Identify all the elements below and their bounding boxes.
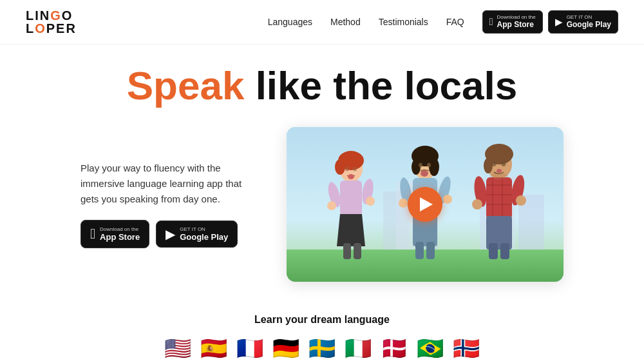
nav-languages[interactable]: Languages: [268, 17, 312, 27]
svg-point-54: [516, 195, 526, 206]
hero-body: Play your way to fluency with the immers…: [32, 127, 612, 282]
svg-rect-2: [287, 250, 564, 282]
nav-googleplay-name: Google Play: [567, 20, 611, 29]
apple-icon: : [489, 16, 493, 28]
hero-left: Play your way to fluency with the immers…: [80, 161, 248, 248]
nav-googleplay-button[interactable]: ▶ GET IT ON Google Play: [548, 10, 618, 33]
hero-appstore-button[interactable]:  Download on the App Store: [80, 220, 149, 248]
flag-spanish[interactable]: 🇪🇸: [200, 337, 227, 359]
hero-googleplay-name: Google Play: [180, 232, 228, 242]
svg-point-44: [484, 158, 493, 173]
nav-testimonials[interactable]: Testimonials: [379, 17, 428, 27]
flag-english[interactable]: 🇺🇸: [164, 337, 191, 359]
header: LINGO LOPER Languages Method Testimonial…: [0, 0, 644, 44]
svg-rect-16: [340, 181, 362, 216]
svg-point-53: [472, 199, 482, 210]
flag-portuguese[interactable]: 🇧🇷: [417, 337, 444, 359]
hero-googleplay-button[interactable]: ▶ GET IT ON Google Play: [156, 221, 238, 248]
logo-top: LINGO: [26, 9, 77, 22]
flag-swedish[interactable]: 🇸🇪: [308, 337, 336, 359]
svg-rect-56: [489, 243, 498, 259]
googleplay-icon-large: ▶: [166, 226, 175, 242]
svg-point-26: [348, 174, 354, 179]
svg-marker-21: [337, 214, 365, 246]
svg-point-35: [443, 195, 452, 204]
bottom-section: Learn your dream language 🇺🇸 🇪🇸 🇫🇷 🇩🇪 🇸🇪…: [0, 295, 644, 363]
svg-rect-45: [486, 177, 512, 219]
hero-store-buttons:  Download on the App Store ▶ GET IT ON …: [80, 220, 248, 248]
play-triangle-icon: [420, 197, 433, 211]
svg-point-19: [327, 201, 336, 210]
flag-danish[interactable]: 🇩🇰: [381, 337, 408, 359]
svg-point-30: [412, 159, 421, 175]
nav-googleplay-top: GET IT ON: [567, 14, 611, 20]
nav-appstore-button[interactable]:  Download on the App Store: [482, 10, 543, 33]
main-nav: Languages Method Testimonials FAQ  Down…: [268, 10, 618, 33]
hero-appstore-top: Download on the: [100, 226, 140, 232]
svg-rect-38: [426, 242, 435, 259]
svg-point-34: [399, 199, 408, 208]
hero-googleplay-top: GET IT ON: [180, 226, 228, 232]
svg-point-61: [490, 173, 508, 179]
hero-section: Speak like the locals Play your way to f…: [0, 44, 644, 295]
nav-store-buttons:  Download on the App Store ▶ GET IT ON …: [482, 10, 618, 33]
svg-point-24: [345, 167, 349, 172]
logo-bottom: LOPER: [26, 22, 77, 35]
video-play-button[interactable]: [408, 187, 442, 222]
svg-point-59: [502, 161, 506, 166]
flags-row: 🇺🇸 🇪🇸 🇫🇷 🇩🇪 🇸🇪 🇮🇹 🇩🇰 🇧🇷 🇳🇴: [26, 337, 618, 359]
svg-rect-57: [500, 243, 509, 259]
svg-rect-23: [354, 243, 361, 259]
googleplay-icon: ▶: [555, 16, 563, 28]
nav-method[interactable]: Method: [330, 17, 361, 27]
nav-appstore-name: App Store: [497, 20, 536, 29]
learn-label: Learn your dream language: [26, 314, 618, 326]
hero-video: [287, 127, 564, 282]
headline-dark: like the locals: [244, 63, 517, 108]
nav-faq[interactable]: FAQ: [446, 17, 464, 27]
svg-point-25: [353, 167, 357, 172]
flag-french[interactable]: 🇫🇷: [236, 337, 263, 359]
svg-point-15: [335, 159, 345, 175]
svg-rect-37: [415, 242, 424, 259]
svg-point-29: [429, 158, 439, 176]
svg-point-39: [419, 163, 422, 168]
flag-italian[interactable]: 🇮🇹: [345, 337, 372, 359]
nav-appstore-top: Download on the: [497, 14, 536, 20]
headline-orange: Speak: [127, 63, 245, 108]
hero-tagline: Play your way to fluency with the immers…: [80, 161, 248, 207]
apple-icon-large: : [90, 226, 95, 242]
flag-german[interactable]: 🇩🇪: [272, 337, 299, 359]
svg-point-60: [497, 169, 502, 173]
hero-appstore-name: App Store: [100, 232, 140, 242]
svg-point-58: [492, 161, 497, 166]
hero-headline: Speak like the locals: [127, 64, 518, 108]
flag-norwegian[interactable]: 🇳🇴: [453, 337, 480, 359]
svg-point-20: [366, 197, 375, 206]
svg-rect-22: [343, 243, 351, 259]
svg-point-41: [421, 170, 428, 177]
logo: LINGO LOPER: [26, 9, 77, 35]
svg-point-40: [427, 163, 431, 168]
